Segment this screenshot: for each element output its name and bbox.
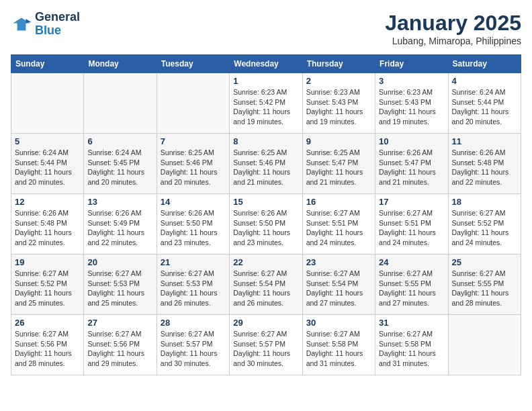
day-number: 2: [306, 76, 371, 86]
calendar-cell: 23Sunrise: 6:27 AM Sunset: 5:54 PM Dayli…: [302, 255, 375, 315]
day-info: Sunrise: 6:27 AM Sunset: 5:52 PM Dayligh…: [452, 208, 517, 248]
title-block: January 2025 Lubang, Mimaropa, Philippin…: [385, 11, 521, 46]
calendar-cell: 9Sunrise: 6:25 AM Sunset: 5:47 PM Daylig…: [302, 134, 375, 194]
day-info: Sunrise: 6:24 AM Sunset: 5:44 PM Dayligh…: [15, 148, 80, 187]
day-info: Sunrise: 6:26 AM Sunset: 5:50 PM Dayligh…: [233, 208, 298, 248]
logo-icon: [11, 13, 32, 35]
calendar-cell: 1Sunrise: 6:23 AM Sunset: 5:42 PM Daylig…: [230, 73, 302, 134]
calendar-cell: 29Sunrise: 6:27 AM Sunset: 5:57 PM Dayli…: [230, 315, 302, 375]
column-header-friday: Friday: [375, 55, 448, 73]
calendar-cell: 12Sunrise: 6:26 AM Sunset: 5:48 PM Dayli…: [11, 194, 84, 255]
day-info: Sunrise: 6:27 AM Sunset: 5:55 PM Dayligh…: [452, 269, 517, 308]
day-number: 6: [87, 136, 152, 146]
calendar-cell: 2Sunrise: 6:23 AM Sunset: 5:43 PM Daylig…: [302, 73, 375, 134]
day-number: 9: [306, 136, 371, 146]
calendar-cell: 14Sunrise: 6:26 AM Sunset: 5:50 PM Dayli…: [157, 194, 229, 255]
day-number: 8: [233, 136, 298, 146]
day-info: Sunrise: 6:27 AM Sunset: 5:53 PM Dayligh…: [87, 269, 152, 308]
day-number: 21: [161, 257, 226, 267]
location: Lubang, Mimaropa, Philippines: [385, 36, 521, 46]
day-info: Sunrise: 6:24 AM Sunset: 5:44 PM Dayligh…: [452, 87, 517, 127]
day-number: 24: [379, 257, 444, 267]
calendar-week-row: 19Sunrise: 6:27 AM Sunset: 5:52 PM Dayli…: [11, 255, 521, 315]
day-info: Sunrise: 6:27 AM Sunset: 5:51 PM Dayligh…: [306, 208, 371, 248]
day-info: Sunrise: 6:26 AM Sunset: 5:47 PM Dayligh…: [379, 148, 444, 187]
calendar-cell: [84, 73, 157, 134]
day-info: Sunrise: 6:23 AM Sunset: 5:43 PM Dayligh…: [306, 87, 371, 127]
calendar-cell: 22Sunrise: 6:27 AM Sunset: 5:54 PM Dayli…: [230, 255, 302, 315]
column-header-thursday: Thursday: [302, 55, 375, 73]
calendar-table: SundayMondayTuesdayWednesdayThursdayFrid…: [11, 54, 521, 375]
day-number: 26: [15, 318, 80, 328]
day-info: Sunrise: 6:27 AM Sunset: 5:55 PM Dayligh…: [379, 269, 444, 308]
column-header-wednesday: Wednesday: [230, 55, 302, 73]
calendar-cell: 21Sunrise: 6:27 AM Sunset: 5:53 PM Dayli…: [157, 255, 229, 315]
page-header: General Blue January 2025 Lubang, Mimaro…: [11, 11, 521, 46]
day-number: 29: [233, 318, 298, 328]
calendar-cell: 5Sunrise: 6:24 AM Sunset: 5:44 PM Daylig…: [11, 134, 84, 194]
calendar-cell: [11, 73, 84, 134]
day-number: 12: [15, 197, 80, 207]
logo-blue: Blue: [35, 24, 80, 38]
calendar-cell: 3Sunrise: 6:23 AM Sunset: 5:43 PM Daylig…: [375, 73, 448, 134]
calendar-cell: 26Sunrise: 6:27 AM Sunset: 5:56 PM Dayli…: [11, 315, 84, 375]
calendar-cell: 11Sunrise: 6:26 AM Sunset: 5:48 PM Dayli…: [448, 134, 521, 194]
day-info: Sunrise: 6:27 AM Sunset: 5:53 PM Dayligh…: [161, 269, 226, 308]
day-info: Sunrise: 6:27 AM Sunset: 5:58 PM Dayligh…: [306, 329, 371, 369]
day-number: 16: [306, 197, 371, 207]
day-number: 15: [233, 197, 298, 207]
day-number: 23: [306, 257, 371, 267]
day-number: 5: [15, 136, 80, 146]
calendar-week-row: 12Sunrise: 6:26 AM Sunset: 5:48 PM Dayli…: [11, 194, 521, 255]
calendar-cell: 15Sunrise: 6:26 AM Sunset: 5:50 PM Dayli…: [230, 194, 302, 255]
calendar-cell: 17Sunrise: 6:27 AM Sunset: 5:51 PM Dayli…: [375, 194, 448, 255]
logo-general: General: [35, 11, 80, 24]
day-number: 1: [233, 76, 298, 86]
day-info: Sunrise: 6:25 AM Sunset: 5:46 PM Dayligh…: [161, 148, 226, 187]
calendar-cell: 28Sunrise: 6:27 AM Sunset: 5:57 PM Dayli…: [157, 315, 229, 375]
calendar-cell: 25Sunrise: 6:27 AM Sunset: 5:55 PM Dayli…: [448, 255, 521, 315]
svg-marker-0: [13, 17, 30, 30]
calendar-cell: 18Sunrise: 6:27 AM Sunset: 5:52 PM Dayli…: [448, 194, 521, 255]
day-info: Sunrise: 6:27 AM Sunset: 5:56 PM Dayligh…: [87, 329, 152, 369]
calendar-cell: 16Sunrise: 6:27 AM Sunset: 5:51 PM Dayli…: [302, 194, 375, 255]
day-number: 18: [452, 197, 517, 207]
day-info: Sunrise: 6:27 AM Sunset: 5:57 PM Dayligh…: [233, 329, 298, 369]
day-info: Sunrise: 6:27 AM Sunset: 5:58 PM Dayligh…: [379, 329, 444, 369]
calendar-cell: 31Sunrise: 6:27 AM Sunset: 5:58 PM Dayli…: [375, 315, 448, 375]
day-info: Sunrise: 6:27 AM Sunset: 5:57 PM Dayligh…: [161, 329, 226, 369]
day-number: 27: [87, 318, 152, 328]
day-info: Sunrise: 6:26 AM Sunset: 5:49 PM Dayligh…: [87, 208, 152, 248]
column-header-tuesday: Tuesday: [157, 55, 229, 73]
svg-marker-1: [26, 19, 31, 23]
logo-text: General Blue: [35, 11, 80, 38]
calendar-cell: 10Sunrise: 6:26 AM Sunset: 5:47 PM Dayli…: [375, 134, 448, 194]
day-info: Sunrise: 6:26 AM Sunset: 5:50 PM Dayligh…: [161, 208, 226, 248]
day-info: Sunrise: 6:26 AM Sunset: 5:48 PM Dayligh…: [452, 148, 517, 187]
day-info: Sunrise: 6:25 AM Sunset: 5:46 PM Dayligh…: [233, 148, 298, 187]
logo: General Blue: [11, 11, 80, 38]
calendar-cell: [157, 73, 229, 134]
day-number: 31: [379, 318, 444, 328]
day-number: 13: [87, 197, 152, 207]
day-info: Sunrise: 6:27 AM Sunset: 5:52 PM Dayligh…: [15, 269, 80, 308]
calendar-cell: 7Sunrise: 6:25 AM Sunset: 5:46 PM Daylig…: [157, 134, 229, 194]
day-number: 3: [379, 76, 444, 86]
month-title: January 2025: [385, 11, 521, 36]
column-header-saturday: Saturday: [448, 55, 521, 73]
calendar-cell: 4Sunrise: 6:24 AM Sunset: 5:44 PM Daylig…: [448, 73, 521, 134]
calendar-cell: 30Sunrise: 6:27 AM Sunset: 5:58 PM Dayli…: [302, 315, 375, 375]
column-header-sunday: Sunday: [11, 55, 84, 73]
day-number: 19: [15, 257, 80, 267]
day-info: Sunrise: 6:27 AM Sunset: 5:51 PM Dayligh…: [379, 208, 444, 248]
day-number: 30: [306, 318, 371, 328]
calendar-cell: 20Sunrise: 6:27 AM Sunset: 5:53 PM Dayli…: [84, 255, 157, 315]
day-number: 14: [161, 197, 226, 207]
calendar-cell: 24Sunrise: 6:27 AM Sunset: 5:55 PM Dayli…: [375, 255, 448, 315]
calendar-cell: 19Sunrise: 6:27 AM Sunset: 5:52 PM Dayli…: [11, 255, 84, 315]
calendar-cell: 13Sunrise: 6:26 AM Sunset: 5:49 PM Dayli…: [84, 194, 157, 255]
day-info: Sunrise: 6:26 AM Sunset: 5:48 PM Dayligh…: [15, 208, 80, 248]
day-number: 10: [379, 136, 444, 146]
calendar-cell: [448, 315, 521, 375]
calendar-cell: 8Sunrise: 6:25 AM Sunset: 5:46 PM Daylig…: [230, 134, 302, 194]
